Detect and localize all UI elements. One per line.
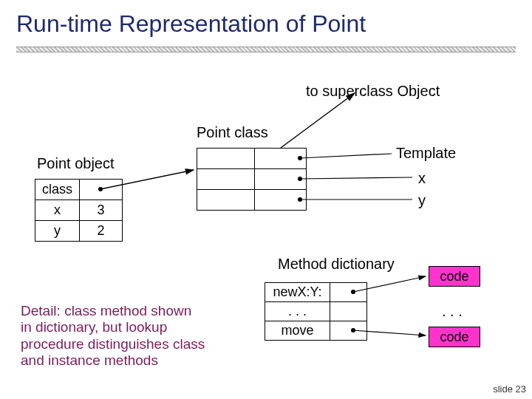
pobj-x-val: 3 [80, 200, 123, 221]
md-newxy-ptr [330, 283, 367, 302]
point-object-table: class x3 y2 [35, 179, 123, 242]
md-ellipsis-ptr [330, 302, 367, 321]
template-y: y [418, 192, 426, 209]
md-move: move [265, 321, 330, 341]
tpl-row2-left [197, 169, 255, 190]
tpl-row1-right [255, 149, 307, 169]
tpl-row3-right [255, 190, 307, 211]
md-move-ptr [330, 321, 367, 341]
svg-line-2 [300, 154, 392, 158]
superclass-label: to superclass Object [306, 83, 440, 100]
pobj-y-label: y [35, 221, 80, 242]
template-x: x [418, 170, 426, 187]
diagram-canvas: to superclass Object Point class Point o… [0, 61, 532, 399]
slide-title: Run-time Representation of Point [0, 0, 532, 38]
code-box-2: code [429, 327, 480, 347]
pobj-classptr-cell [80, 180, 123, 200]
method-dict-label: Method dictionary [278, 256, 395, 273]
title-divider [16, 47, 516, 52]
pobj-class-cell: class [35, 180, 80, 200]
point-class-label: Point class [197, 124, 268, 141]
pobj-y-val: 2 [80, 221, 123, 242]
pobj-x-label: x [35, 200, 80, 221]
svg-line-0 [281, 93, 355, 148]
tpl-row3-left [197, 190, 255, 211]
tpl-row2-right [255, 169, 307, 190]
template-label: Template [396, 145, 456, 162]
tpl-row1-left [197, 149, 255, 169]
detail-note: Detail: class method shown in dictionary… [21, 303, 205, 369]
code-box-1: code [429, 266, 480, 287]
md-newxy: newX:Y: [265, 283, 330, 302]
method-dict-table: newX:Y: . . . move [265, 282, 367, 341]
point-object-label: Point object [37, 155, 115, 172]
code-ellipsis: . . . [442, 303, 463, 320]
md-ellipsis: . . . [265, 302, 330, 321]
point-class-table [197, 148, 307, 211]
svg-line-4 [300, 177, 412, 179]
slide-number: slide 23 [493, 383, 526, 395]
